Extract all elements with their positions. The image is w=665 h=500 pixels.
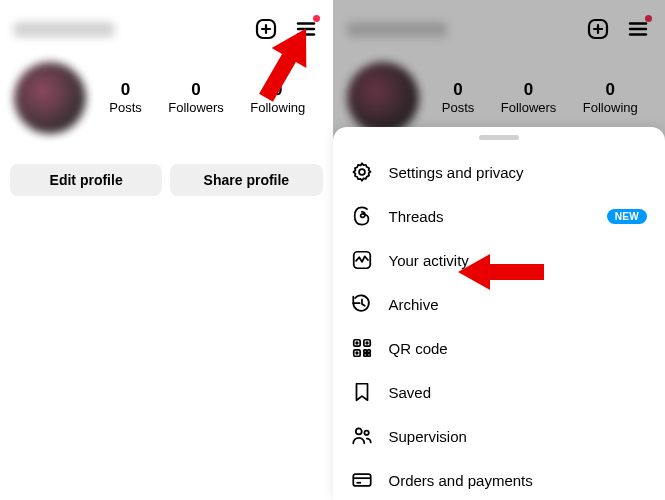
- menu-threads[interactable]: Threads NEW: [333, 194, 666, 238]
- following-stat[interactable]: 0 Following: [583, 81, 638, 115]
- card-icon: [351, 469, 373, 491]
- posts-label: Posts: [109, 100, 142, 115]
- username-blurred: [14, 22, 114, 37]
- followers-label: Followers: [501, 100, 557, 115]
- following-count: 0: [273, 81, 282, 100]
- svg-rect-26: [353, 474, 370, 486]
- posts-count: 0: [453, 81, 462, 100]
- svg-rect-23: [367, 354, 370, 357]
- menu-label: Archive: [389, 296, 648, 313]
- create-post-button[interactable]: [585, 16, 611, 42]
- edit-profile-button[interactable]: Edit profile: [10, 164, 162, 196]
- following-stat[interactable]: 0 Following: [250, 81, 305, 115]
- menu-list: Settings and privacy Threads NEW: [333, 146, 666, 500]
- svg-point-18: [366, 342, 368, 344]
- profile-screen-left: 0 Posts 0 Followers 0 Following Edit pro…: [0, 0, 333, 500]
- followers-stat[interactable]: 0 Followers: [168, 81, 224, 115]
- svg-point-25: [364, 431, 368, 435]
- plus-icon: [254, 17, 278, 41]
- menu-saved[interactable]: Saved: [333, 370, 666, 414]
- sheet-grabber[interactable]: [479, 135, 519, 140]
- menu-orders[interactable]: Orders and payments: [333, 458, 666, 500]
- posts-count: 0: [121, 81, 130, 100]
- menu-qr-code[interactable]: QR code: [333, 326, 666, 370]
- menu-label: QR code: [389, 340, 648, 357]
- menu-label: Settings and privacy: [389, 164, 648, 181]
- avatar[interactable]: [347, 62, 419, 134]
- new-badge: NEW: [607, 209, 647, 224]
- activity-icon: [351, 249, 373, 271]
- archive-icon: [351, 293, 373, 315]
- posts-stat[interactable]: 0 Posts: [442, 81, 475, 115]
- menu-button[interactable]: [625, 16, 651, 42]
- menu-sheet: Settings and privacy Threads NEW: [333, 127, 666, 500]
- following-label: Following: [250, 100, 305, 115]
- svg-rect-20: [363, 350, 366, 353]
- create-post-button[interactable]: [253, 16, 279, 42]
- threads-icon: [351, 205, 373, 227]
- posts-stat[interactable]: 0 Posts: [109, 81, 142, 115]
- bookmark-icon: [351, 381, 373, 403]
- menu-label: Supervision: [389, 428, 648, 445]
- followers-label: Followers: [168, 100, 224, 115]
- followers-count: 0: [524, 81, 533, 100]
- svg-point-12: [359, 169, 365, 175]
- supervision-icon: [351, 425, 373, 447]
- followers-stat[interactable]: 0 Followers: [501, 81, 557, 115]
- qr-icon: [351, 337, 373, 359]
- svg-point-24: [355, 428, 361, 434]
- svg-rect-22: [363, 354, 366, 357]
- followers-count: 0: [191, 81, 200, 100]
- menu-settings[interactable]: Settings and privacy: [333, 150, 666, 194]
- menu-label: Orders and payments: [389, 472, 648, 489]
- svg-point-19: [356, 352, 358, 354]
- menu-label: Threads: [389, 208, 607, 225]
- svg-point-17: [356, 342, 358, 344]
- gear-icon: [351, 161, 373, 183]
- plus-icon: [586, 17, 610, 41]
- posts-label: Posts: [442, 100, 475, 115]
- menu-your-activity[interactable]: Your activity: [333, 238, 666, 282]
- notification-dot: [645, 15, 652, 22]
- following-label: Following: [583, 100, 638, 115]
- share-profile-button[interactable]: Share profile: [170, 164, 322, 196]
- avatar[interactable]: [14, 62, 86, 134]
- menu-archive[interactable]: Archive: [333, 282, 666, 326]
- following-count: 0: [606, 81, 615, 100]
- username-blurred: [347, 22, 447, 37]
- menu-supervision[interactable]: Supervision: [333, 414, 666, 458]
- menu-button[interactable]: [293, 16, 319, 42]
- svg-rect-21: [367, 350, 370, 353]
- notification-dot: [313, 15, 320, 22]
- menu-label: Your activity: [389, 252, 648, 269]
- menu-label: Saved: [389, 384, 648, 401]
